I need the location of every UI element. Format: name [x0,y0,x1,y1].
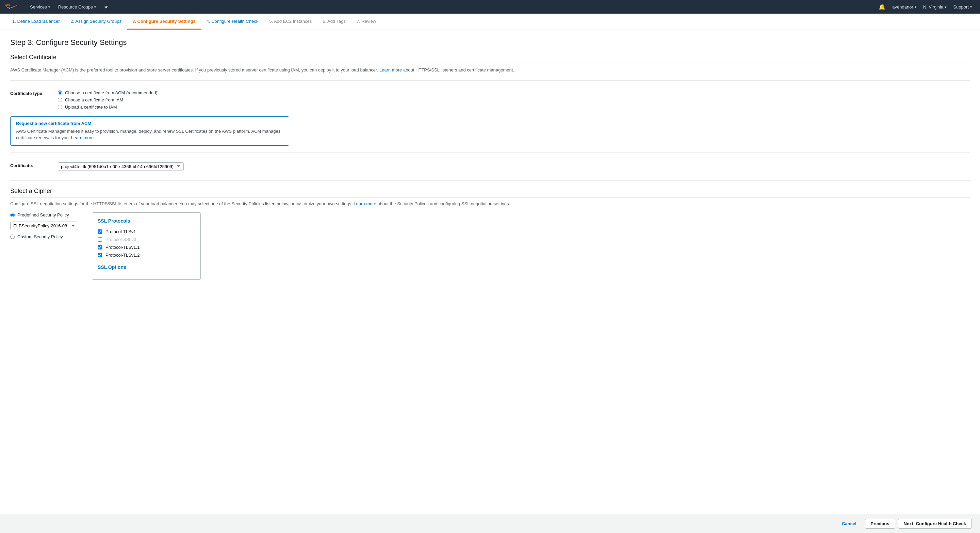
certificate-type-label: Certificate type: [10,90,58,96]
aws-logo[interactable]: aws [5,2,22,11]
region-arrow-icon: ▾ [945,5,946,9]
learn-more-acm-link[interactable]: Learn more [71,135,94,140]
services-arrow-icon: ▾ [48,5,50,9]
step-5-add-ec2: 5. Add EC2 Instances [264,14,317,30]
learn-more-https-link[interactable]: Learn more [379,67,402,73]
radio-acm[interactable]: Choose a certificate from ACM (recommend… [58,90,158,95]
services-nav[interactable]: Services ▾ [27,5,53,10]
certificate-row-divider [10,153,970,153]
certificate-type-row: Certificate type: Choose a certificate f… [10,88,970,112]
learn-more-cipher-link[interactable]: Learn more [353,201,376,206]
step-7-review: 7. Review [351,14,382,30]
protocol-tlsv1-row: Protocol-TLSv1 [98,228,195,235]
certificate-type-controls: Choose a certificate from ACM (recommend… [58,90,158,110]
protocol-tlsv11-checkbox[interactable] [98,245,102,250]
radio-acm-input[interactable] [58,91,62,95]
protocol-tlsv1-checkbox[interactable] [98,229,102,234]
certificate-label: Certificate: [10,162,58,168]
support-arrow-icon: ▾ [970,5,972,9]
certificate-row: Certificate: project4tet.tk (6951d0a1-e0… [10,160,970,173]
protocol-sslv3-checkbox[interactable] [98,237,102,242]
cipher-section-heading: Select a Cipher [10,188,970,198]
certificate-section-heading: Select Certificate [10,54,970,64]
bell-icon[interactable]: 🔔 [878,4,885,10]
certificate-divider [10,80,970,81]
acm-info-box-title[interactable]: Request a new certificate from ACM [16,121,283,126]
protocol-tlsv12-checkbox[interactable] [98,253,102,257]
certificate-description: AWS Certificate Manager (ACM) is the pre… [10,67,970,73]
step-6-add-tags: 6. Add Tags [317,14,351,30]
top-navigation: aws Services ▾ Resource Groups ▾ ★ 🔔 ave… [0,0,980,14]
step-2-assign-security-groups[interactable]: 2. Assign Security Groups [65,14,127,30]
resource-groups-nav[interactable]: Resource Groups ▾ [56,5,99,10]
radio-iam[interactable]: Choose a certificate from IAM [58,97,158,102]
security-policy-select[interactable]: ELBSecurityPolicy-2016-08 [10,221,78,230]
svg-text:aws: aws [5,4,10,6]
custom-policy-input[interactable] [10,234,14,239]
main-content: Step 3: Configure Security Settings Sele… [0,30,980,514]
step-3-configure-security-settings[interactable]: 3. Configure Security Settings [127,14,201,30]
wizard-steps-bar: 1. Define Load Balancer 2. Assign Securi… [0,14,980,30]
custom-policy-radio[interactable]: Custom Security Policy [10,234,78,239]
page-title: Step 3: Configure Security Settings [10,38,970,47]
acm-info-box-text: AWS Certificate Manager makes it easy to… [16,128,283,141]
resource-groups-arrow-icon: ▾ [94,5,96,9]
step-1-define-load-balancer[interactable]: 1. Define Load Balancer [7,14,65,30]
protocol-tlsv12-row: Protocol-TLSv1.2 [98,251,195,259]
cipher-ssl-box: SSL Protocols Protocol-TLSv1 Protocol-SS… [92,212,201,280]
ssl-options-heading: SSL Options [98,264,195,270]
cipher-policy-selection: Predefined Security Policy ELBSecurityPo… [10,212,78,280]
radio-upload[interactable]: Upload a certificate to IAM [58,105,158,110]
user-arrow-icon: ▾ [915,5,916,9]
radio-upload-input[interactable] [58,105,62,109]
radio-iam-input[interactable] [58,98,62,102]
predefined-policy-radio[interactable]: Predefined Security Policy [10,212,78,218]
protocol-tlsv11-row: Protocol-TLSv1.1 [98,243,195,251]
region-nav[interactable]: N. Virginia ▾ [920,5,950,10]
protocol-sslv3-row: Protocol-SSLv3 [98,235,195,243]
cipher-description: Configure SSL negotiation settings for t… [10,200,970,207]
user-nav[interactable]: avendanor ▾ [889,5,919,10]
predefined-policy-input[interactable] [10,213,14,217]
certificate-select-wrapper: project4tet.tk (6951d0a1-e00e-4366-bb14-… [58,162,184,171]
cipher-layout: Predefined Security Policy ELBSecurityPo… [10,212,970,280]
step-4-configure-health-check[interactable]: 4. Configure Health Check [201,14,264,30]
ssl-protocols-heading: SSL Protocols [98,218,195,224]
acm-info-box: Request a new certificate from ACM AWS C… [10,116,289,146]
support-nav[interactable]: Support ▾ [950,5,975,10]
certificate-select[interactable]: project4tet.tk (6951d0a1-e00e-4366-bb14-… [58,162,184,171]
bookmarks-nav[interactable]: ★ [102,5,111,10]
cipher-section-divider [10,180,970,181]
